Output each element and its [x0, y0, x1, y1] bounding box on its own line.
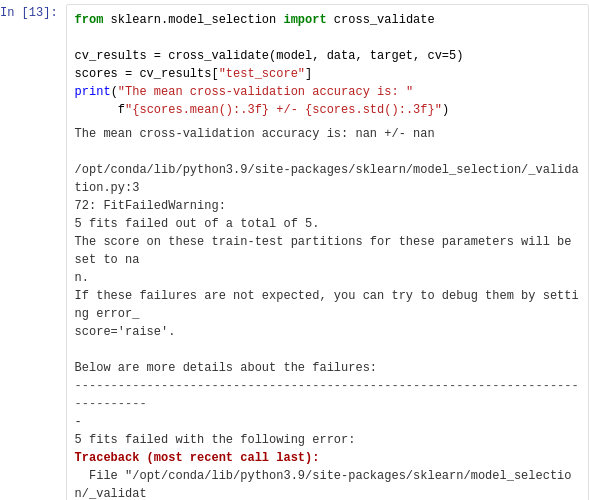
notebook-cell: In [13]: from sklearn.model_selection im…	[0, 0, 589, 500]
code-line	[75, 29, 580, 47]
output-line	[75, 143, 580, 161]
output-line: File "/opt/conda/lib/python3.9/site-pack…	[75, 467, 580, 500]
output-line: 72: FitFailedWarning:	[75, 197, 580, 215]
code-line: cv_results = cross_validate(model, data,…	[75, 47, 580, 65]
output-line: Traceback (most recent call last):	[75, 449, 580, 467]
output-line: n.	[75, 269, 580, 287]
output-line: If these failures are not expected, you …	[75, 287, 580, 323]
cell-output: The mean cross-validation accuracy is: n…	[75, 125, 580, 500]
code-input: from sklearn.model_selection import cros…	[75, 9, 580, 121]
code-line: f"{scores.mean():.3f} +/- {scores.std():…	[75, 101, 580, 119]
code-line: scores = cv_results["test_score"]	[75, 65, 580, 83]
cell-label: In [13]:	[0, 4, 66, 500]
output-line: /opt/conda/lib/python3.9/site-packages/s…	[75, 161, 580, 197]
output-line: -	[75, 413, 580, 431]
output-line: 5 fits failed out of a total of 5.	[75, 215, 580, 233]
output-line: ----------------------------------------…	[75, 377, 580, 413]
output-line: The mean cross-validation accuracy is: n…	[75, 125, 580, 143]
cell-content[interactable]: from sklearn.model_selection import cros…	[66, 4, 589, 500]
output-line: score='raise'.	[75, 323, 580, 341]
code-line: from sklearn.model_selection import cros…	[75, 11, 580, 29]
code-line: print("The mean cross-validation accurac…	[75, 83, 580, 101]
output-line	[75, 341, 580, 359]
output-line: The score on these train-test partitions…	[75, 233, 580, 269]
output-line: 5 fits failed with the following error:	[75, 431, 580, 449]
output-line: Below are more details about the failure…	[75, 359, 580, 377]
